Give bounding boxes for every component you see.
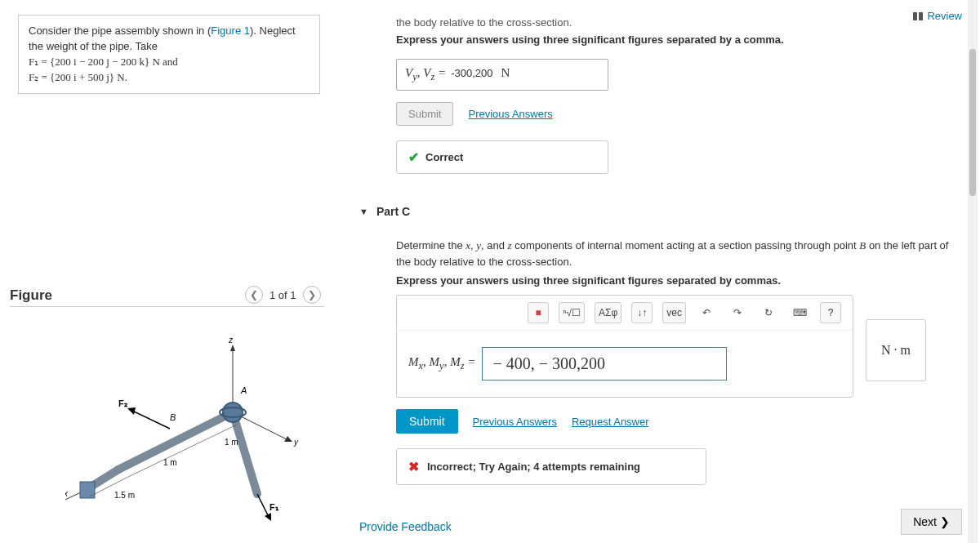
partc-question-text: Determine the x, y, and z components of … bbox=[396, 238, 960, 269]
svg-marker-1 bbox=[230, 345, 235, 351]
partc-submit-button[interactable]: Submit bbox=[396, 409, 458, 434]
provide-feedback-link[interactable]: Provide Feedback bbox=[359, 520, 452, 533]
partc-previous-answers-link[interactable]: Previous Answers bbox=[473, 416, 557, 428]
partb-unit: N bbox=[501, 66, 510, 80]
svg-text:A: A bbox=[240, 385, 247, 395]
partb-submit-button: Submit bbox=[396, 102, 453, 126]
svg-text:1.5 m: 1.5 m bbox=[114, 491, 135, 500]
partb-feedback: ✔ Correct bbox=[396, 140, 608, 174]
partb-answer-box: Vy, Vz = -300,200 N bbox=[396, 59, 608, 91]
partc-instr-bold: Express your answers using three signifi… bbox=[396, 274, 964, 287]
equation-toolbar: ■ ⁿ√☐ ΑΣφ ↓↑ vec ↶ ↷ ↻ ⌨ ? bbox=[397, 296, 853, 331]
partc-request-answer-link[interactable]: Request Answer bbox=[572, 416, 649, 428]
problem-text: Consider the pipe assembly shown in ( bbox=[29, 24, 211, 37]
svg-text:F₂: F₂ bbox=[118, 398, 127, 408]
chevron-right-icon: ❯ bbox=[940, 515, 950, 528]
svg-rect-13 bbox=[80, 482, 95, 498]
next-label: Next bbox=[913, 515, 937, 528]
svg-text:B: B bbox=[170, 412, 176, 422]
next-button[interactable]: Next ❯ bbox=[901, 509, 962, 535]
svg-text:1 m: 1 m bbox=[225, 438, 238, 447]
partb-value: -300,200 bbox=[451, 67, 492, 79]
undo-button[interactable]: ↶ bbox=[696, 302, 717, 323]
svg-text:x: x bbox=[65, 489, 69, 498]
partc-feedback: ✖ Incorrect; Try Again; 4 attempts remai… bbox=[396, 448, 706, 485]
help-button[interactable]: ? bbox=[820, 302, 841, 323]
partc-unit: N · m bbox=[866, 319, 926, 381]
eq1: F₁ = {200 i − 200 j − 200 k} N and bbox=[29, 56, 178, 68]
answer-column: the body relative to the cross-section. … bbox=[359, 16, 964, 485]
partb-feedback-text: Correct bbox=[425, 151, 463, 163]
greek-button[interactable]: ΑΣφ bbox=[595, 302, 621, 323]
svg-line-16 bbox=[131, 410, 170, 429]
partc-answer-row: Mx, My, Mz = − 400, − 300,200 bbox=[397, 331, 853, 397]
chevron-down-icon: ▼ bbox=[359, 207, 368, 216]
partc-submit-row: Submit Previous Answers Request Answer bbox=[396, 409, 964, 434]
scroll-thumb[interactable] bbox=[969, 49, 976, 196]
subscript-button[interactable]: ↓↑ bbox=[631, 302, 653, 323]
partc-answer-input[interactable]: − 400, − 300,200 bbox=[482, 347, 727, 381]
partb-previous-answers-link[interactable]: Previous Answers bbox=[468, 108, 552, 120]
problem-statement: Consider the pipe assembly shown in (Fig… bbox=[18, 15, 320, 94]
vec-button[interactable]: vec bbox=[662, 302, 686, 323]
partc-header[interactable]: ▼ Part C bbox=[359, 205, 964, 218]
figure-heading: Figure bbox=[10, 287, 52, 304]
partc-feedback-text: Incorrect; Try Again; 4 attempts remaini… bbox=[427, 461, 640, 473]
partc-label: Part C bbox=[376, 205, 410, 218]
figure-next-button[interactable]: ❯ bbox=[303, 286, 321, 304]
reset-button[interactable]: ↻ bbox=[758, 302, 779, 323]
svg-point-11 bbox=[223, 403, 243, 422]
figure-link[interactable]: Figure 1 bbox=[211, 24, 250, 37]
svg-text:y: y bbox=[293, 438, 299, 447]
svg-text:F₁: F₁ bbox=[270, 502, 279, 512]
svg-text:1 m: 1 m bbox=[163, 458, 177, 467]
check-icon: ✔ bbox=[408, 149, 419, 165]
figure-counter: 1 of 1 bbox=[270, 289, 296, 301]
redo-button[interactable]: ↷ bbox=[727, 302, 748, 323]
partb-submit-row: Submit Previous Answers bbox=[396, 102, 964, 126]
figure-divider bbox=[10, 306, 324, 307]
eq2: F₂ = {200 i + 500 j} N. bbox=[29, 71, 127, 83]
x-icon: ✖ bbox=[408, 459, 419, 474]
figure-diagram: z y x A B F₂ F₁ 1.5 m 1 m 1 m bbox=[65, 335, 302, 523]
partb-instr-bold: Express your answers using three signifi… bbox=[396, 33, 964, 46]
figure-nav: ❮ 1 of 1 ❯ bbox=[245, 286, 321, 304]
partb-instr-top: the body relative to the cross-section. bbox=[396, 16, 964, 29]
figure-prev-button[interactable]: ❮ bbox=[245, 286, 263, 304]
scrollbar[interactable] bbox=[968, 0, 978, 543]
sqrt-button[interactable]: ⁿ√☐ bbox=[559, 302, 585, 323]
partb-vars: Vy, Vz = bbox=[405, 66, 446, 83]
templates-button[interactable]: ■ bbox=[528, 302, 549, 323]
keyboard-button[interactable]: ⌨ bbox=[789, 302, 810, 323]
svg-marker-17 bbox=[127, 407, 136, 415]
partc-vars: Mx, My, Mz = bbox=[408, 355, 475, 372]
partc-answer-panel: ■ ⁿ√☐ ΑΣφ ↓↑ vec ↶ ↷ ↻ ⌨ ? Mx, My, Mz = … bbox=[396, 295, 853, 398]
svg-line-26 bbox=[127, 425, 237, 478]
svg-text:z: z bbox=[228, 336, 234, 345]
